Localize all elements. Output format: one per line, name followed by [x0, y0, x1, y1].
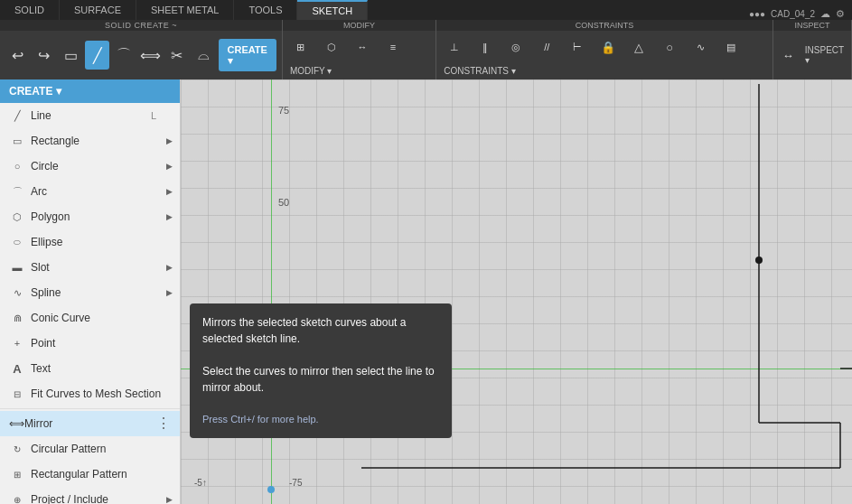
polygon-icon: ⬡: [9, 209, 25, 225]
text-icon: A: [9, 360, 25, 377]
modify-dropdown-button[interactable]: MODIFY ▾: [286, 64, 335, 78]
inspect-group-content: ↔ INSPECT ▾: [773, 31, 851, 79]
conic-icon: ⋒: [9, 310, 25, 326]
rect-tool-button[interactable]: ▭: [59, 41, 82, 70]
tab-solid[interactable]: SOLID: [0, 0, 60, 20]
tangent-button[interactable]: ∿: [686, 33, 715, 61]
mirror-more-button[interactable]: ⋮: [156, 416, 171, 431]
rect-icon: ▭: [9, 133, 25, 149]
ribbon: SOLID CREATE ~ ↩ ↪ ▭ ╱ ⌒ ⟺ ✂ ⌓ CREATE ▾ …: [0, 20, 852, 79]
cloud-icon: ☁: [820, 8, 830, 20]
menu-item-point[interactable]: + Point: [0, 331, 180, 356]
tooltip-shortcut: Press Ctrl+/ for more help.: [202, 412, 439, 427]
parallel-button[interactable]: //: [532, 33, 561, 61]
canvas-area[interactable]: 75 50 -5↑ -75: [181, 79, 852, 504]
sketch-svg: [181, 79, 852, 504]
fitcurves-icon: ⊟: [9, 386, 25, 402]
modify-group-label: MODIFY: [283, 20, 435, 31]
perpendicular-button[interactable]: ⊢: [563, 33, 592, 61]
coincident-button[interactable]: ⊥: [440, 33, 469, 61]
redo-button[interactable]: ↪: [32, 41, 55, 70]
project-button[interactable]: ⬡: [317, 33, 346, 61]
menu-item-conic-curve[interactable]: ⋒ Conic Curve: [0, 305, 180, 331]
constraints-group: CONSTRAINTS ⊥ ‖ ◎ // ⊢ 🔒 △ ○ ∿ ▤ CONSTRA…: [436, 20, 773, 79]
menu-item-circular-pattern[interactable]: ↻ Circular Pattern: [0, 436, 180, 462]
menu-item-text[interactable]: A Text: [0, 356, 180, 381]
measure-button[interactable]: ↔: [777, 41, 800, 70]
menu-item-spline[interactable]: ∿ Spline: [0, 280, 180, 305]
circle-icon: ○: [9, 158, 25, 174]
create-group-label: SOLID CREATE ~: [0, 20, 282, 31]
menu-item-mirror[interactable]: ⟺ Mirror ⋮: [0, 411, 180, 436]
inspect-group-label: INSPECT: [773, 20, 851, 31]
top-right-area: ●●● CAD_04_2 ☁ ⚙: [742, 8, 852, 20]
constraints-group-content: ⊥ ‖ ◎ // ⊢ 🔒 △ ○ ∿ ▤ CONSTRAINTS ▾: [436, 31, 772, 79]
slot-icon: ▬: [9, 259, 25, 275]
menu-item-arc[interactable]: ⌒ Arc: [0, 179, 180, 204]
tooltip-line2: Select the curves to mirror then select …: [202, 363, 439, 396]
triangle-button[interactable]: △: [624, 33, 653, 61]
collinear-button[interactable]: ‖: [471, 33, 500, 61]
tooltip-box: Mirrors the selected sketch curves about…: [190, 303, 452, 438]
menu-item-ellipse[interactable]: ⬭ Ellipse: [0, 229, 180, 255]
undo-button[interactable]: ↩: [5, 41, 29, 70]
menu-item-circle[interactable]: ○ Circle: [0, 154, 180, 179]
tab-surface[interactable]: SURFACE: [60, 0, 136, 20]
fillet-button[interactable]: ⌓: [192, 41, 215, 70]
circle-con-button[interactable]: ○: [655, 33, 684, 61]
extend-button[interactable]: ↔: [348, 33, 377, 61]
mirror-tool-button[interactable]: ⟺: [138, 41, 162, 70]
svg-point-5: [755, 257, 763, 264]
menu-item-slot[interactable]: ▬ Slot: [0, 255, 180, 280]
ruler-neg5: -5↑: [194, 478, 207, 488]
break-button[interactable]: ≡: [379, 33, 407, 61]
create-menu-header[interactable]: CREATE ▾: [0, 79, 180, 103]
create-dropdown-button[interactable]: CREATE ▾: [219, 39, 276, 71]
lock-button[interactable]: 🔒: [594, 33, 623, 61]
menu-item-rectangular-pattern[interactable]: ⊞ Rectangular Pattern: [0, 462, 180, 487]
main-area: CREATE ▾ ╱ Line L ▭ Rectangle ○ Circle ⌒…: [0, 79, 852, 504]
dropdown-menu: CREATE ▾ ╱ Line L ▭ Rectangle ○ Circle ⌒…: [0, 79, 181, 504]
settings-icon[interactable]: ⚙: [836, 8, 845, 20]
menu-item-fit-curves[interactable]: ⊟ Fit Curves to Mesh Section: [0, 381, 180, 406]
project-icon: ⊕: [9, 491, 25, 504]
tab-bar: SOLID SURFACE SHEET METAL TOOLS SKETCH ●…: [0, 0, 852, 20]
rectpat-icon: ⊞: [9, 466, 25, 482]
menu-divider: [0, 408, 180, 409]
ruler-neg75: -75: [289, 478, 302, 488]
tab-tools[interactable]: TOOLS: [234, 0, 297, 20]
equal-button[interactable]: ▤: [716, 33, 745, 61]
top-file-name: CAD_04_2: [771, 9, 815, 19]
sketch-line-button[interactable]: ╱: [85, 41, 108, 70]
tab-sheet-metal[interactable]: SHEET METAL: [136, 0, 234, 20]
create-group-content: ↩ ↪ ▭ ╱ ⌒ ⟺ ✂ ⌓ CREATE ▾: [0, 31, 282, 79]
modify-group-content: ⊞ ⬡ ↔ ≡ MODIFY ▾: [283, 31, 435, 79]
inspect-group: INSPECT ↔ INSPECT ▾: [773, 20, 852, 79]
offset-button[interactable]: ⊞: [286, 33, 315, 61]
mirror-icon: ⟺: [9, 417, 24, 430]
circpat-icon: ↻: [9, 441, 25, 457]
create-group: SOLID CREATE ~ ↩ ↪ ▭ ╱ ⌒ ⟺ ✂ ⌓ CREATE ▾: [0, 20, 283, 79]
tab-sketch[interactable]: SKETCH: [297, 0, 368, 20]
constraints-group-label: CONSTRAINTS: [436, 20, 772, 31]
modify-group: MODIFY ⊞ ⬡ ↔ ≡ MODIFY ▾: [283, 20, 436, 79]
point-icon: +: [9, 335, 25, 351]
inspect-dropdown[interactable]: INSPECT ▾: [801, 43, 847, 67]
ellipse-icon: ⬭: [9, 234, 25, 250]
menu-item-polygon[interactable]: ⬡ Polygon: [0, 204, 180, 229]
tooltip-line1: Mirrors the selected sketch curves about…: [202, 314, 439, 347]
save-icon: ●●●: [749, 9, 765, 19]
trim-button[interactable]: ✂: [165, 41, 189, 70]
line-icon: ╱: [9, 107, 25, 124]
origin-marker: [267, 486, 275, 493]
menu-item-rectangle[interactable]: ▭ Rectangle: [0, 128, 180, 154]
constraints-dropdown[interactable]: CONSTRAINTS ▾: [440, 64, 519, 78]
menu-item-line[interactable]: ╱ Line L: [0, 103, 180, 128]
concentric-button[interactable]: ◎: [501, 33, 530, 61]
menu-item-project-include[interactable]: ⊕ Project / Include: [0, 487, 180, 504]
spline-icon: ∿: [9, 285, 25, 301]
arc-icon: ⌒: [9, 183, 25, 200]
arc-tool-button[interactable]: ⌒: [112, 41, 136, 70]
